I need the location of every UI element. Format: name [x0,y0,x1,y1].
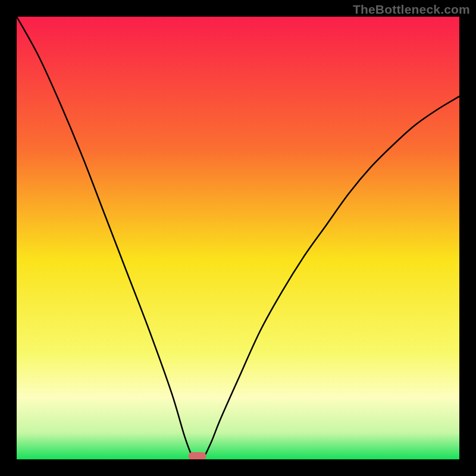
bottleneck-chart-svg [17,17,459,459]
optimal-marker [189,452,206,459]
plot-area [17,17,459,459]
watermark-text: TheBottleneck.com [353,2,470,17]
gradient-background [17,17,459,459]
chart-frame: TheBottleneck.com [0,0,476,476]
